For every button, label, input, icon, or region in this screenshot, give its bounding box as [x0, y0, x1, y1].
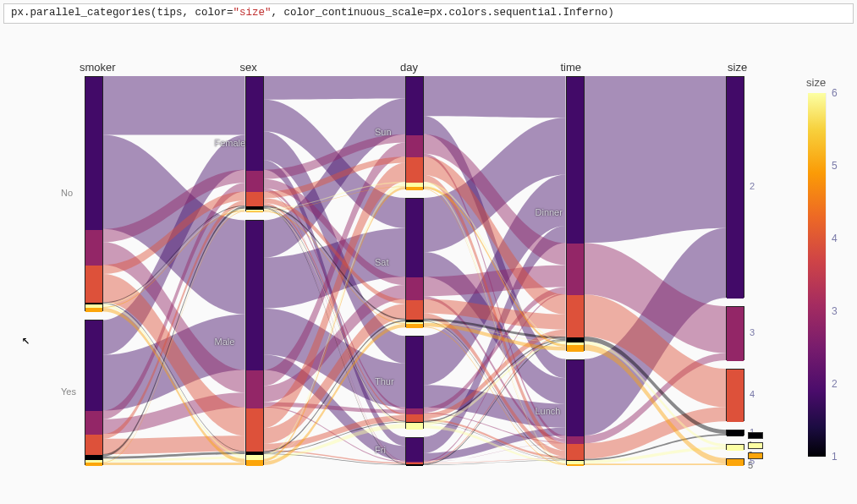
segment — [246, 221, 263, 370]
segment — [85, 320, 102, 411]
segment — [406, 77, 423, 135]
segment — [406, 414, 423, 422]
code-text-suffix: , color_continuous_scale=px.colors.seque… — [272, 7, 614, 19]
category-bar-size-5[interactable] — [726, 458, 744, 465]
colorbar-tick: 4 — [832, 233, 838, 244]
segment — [246, 408, 263, 452]
segment — [406, 324, 423, 328]
ribbon — [103, 463, 245, 465]
category-bar-sex-Male[interactable] — [245, 220, 264, 465]
category-bar-time-Lunch[interactable] — [566, 359, 585, 465]
segment — [567, 360, 584, 436]
ribbon — [585, 76, 727, 243]
segment — [567, 295, 584, 337]
segment — [85, 266, 102, 303]
category-bar-day-Sat[interactable] — [405, 198, 424, 327]
code-cell[interactable]: px.parallel_categories(tips, color="size… — [3, 3, 854, 24]
segment — [85, 463, 102, 466]
category-label-smoker-No: No — [61, 188, 73, 198]
segment — [246, 211, 263, 213]
segment — [567, 444, 584, 459]
category-bar-size-1[interactable] — [726, 430, 744, 436]
segment — [406, 337, 423, 408]
segment — [246, 460, 263, 466]
segment — [85, 435, 102, 455]
category-bar-smoker-Yes[interactable] — [85, 320, 103, 465]
dimension-label-sex[interactable]: sex — [240, 61, 257, 74]
size-key-row: 5 — [748, 450, 766, 470]
category-bar-sex-Female[interactable] — [245, 76, 264, 211]
category-bar-day-Sun[interactable] — [405, 76, 424, 189]
category-label-size-3: 3 — [750, 327, 755, 337]
segment — [727, 307, 744, 361]
segment — [406, 408, 423, 414]
dimension-label-smoker[interactable]: smoker — [80, 61, 116, 74]
segment — [727, 445, 744, 451]
segment — [406, 423, 423, 429]
dimension-label-time[interactable]: time — [561, 61, 582, 74]
segment — [567, 77, 584, 244]
segment — [85, 77, 102, 230]
category-label-smoker-Yes: Yes — [61, 386, 76, 397]
segment — [567, 345, 584, 351]
segment — [567, 244, 584, 295]
ribbon — [424, 76, 566, 118]
category-bar-time-Dinner[interactable] — [566, 76, 585, 351]
segment — [406, 277, 423, 299]
colorbar-tick: 3 — [832, 305, 838, 317]
code-text-string: "size" — [233, 7, 272, 19]
category-bar-size-2[interactable] — [726, 76, 744, 298]
colorbar-title: size — [806, 76, 826, 89]
segment — [727, 370, 744, 422]
category-label-size-2: 2 — [750, 181, 755, 191]
colorbar-tick: 5 — [832, 160, 838, 172]
segment — [406, 438, 423, 462]
ribbon — [264, 76, 406, 100]
dimension-label-size[interactable]: size — [728, 61, 747, 74]
category-bar-size-4[interactable] — [726, 369, 744, 421]
segment — [246, 192, 263, 206]
ribbon — [103, 436, 245, 454]
size-key-swatch — [748, 452, 763, 459]
category-bar-size-3[interactable] — [726, 306, 744, 360]
dimension-label-day[interactable]: day — [400, 61, 418, 74]
colorbar-gradient — [808, 93, 827, 457]
size-key-swatch — [748, 442, 763, 449]
category-bar-day-Thur[interactable] — [405, 336, 424, 428]
ribbon — [585, 463, 727, 465]
colorbar-tick: 6 — [832, 87, 838, 99]
category-label-size-4: 4 — [750, 389, 755, 399]
colorbar-tick: 1 — [832, 451, 838, 463]
segment — [406, 300, 423, 320]
colorbar-tick: 2 — [832, 378, 838, 390]
segment — [727, 430, 744, 436]
size-key-swatch — [748, 432, 763, 439]
cursor-icon: ↖ — [22, 331, 30, 348]
segment — [406, 187, 423, 190]
size-key-label: 5 — [748, 460, 753, 470]
segment — [246, 77, 263, 171]
category-bar-size-6[interactable] — [726, 444, 744, 450]
segment — [727, 459, 744, 466]
segment — [406, 157, 423, 183]
segment — [406, 199, 423, 277]
segment — [727, 77, 744, 299]
parallel-categories-chart[interactable]: smokerNoYessexFemaleMaledaySunSatThurFri… — [85, 76, 744, 465]
segment — [567, 464, 584, 466]
code-text-prefix: px.parallel_categories(tips, color= — [11, 7, 233, 19]
segment — [406, 135, 423, 157]
segment — [85, 308, 102, 313]
segment — [567, 436, 584, 444]
segment — [246, 171, 263, 193]
segment — [246, 370, 263, 408]
segment — [406, 464, 423, 466]
category-bar-smoker-No[interactable] — [85, 76, 103, 311]
ribbon — [103, 76, 245, 135]
category-bar-day-Fri[interactable] — [405, 437, 424, 465]
segment — [85, 411, 102, 435]
colorbar[interactable]: size 654321 — [808, 93, 832, 457]
segment — [85, 230, 102, 266]
